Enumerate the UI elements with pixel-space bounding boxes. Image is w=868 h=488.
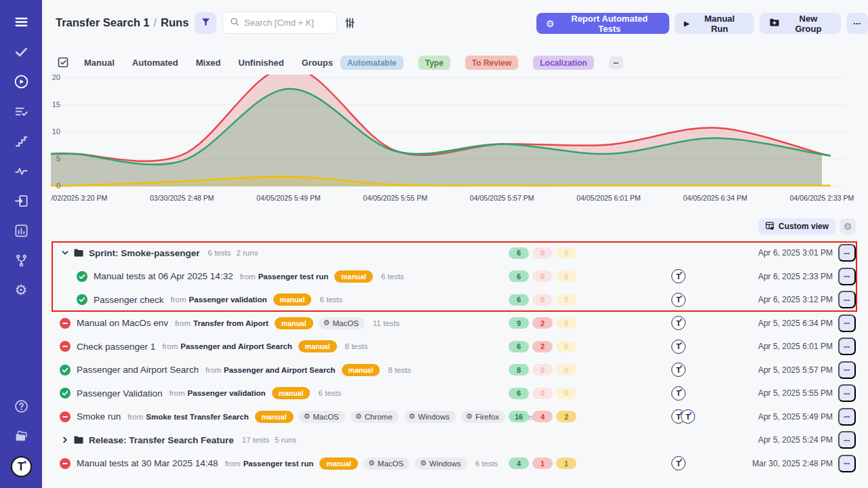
- tab-mixed[interactable]: Mixed: [196, 58, 221, 68]
- sidebar-item-gear[interactable]: ⚙: [7, 277, 35, 304]
- custom-view-button[interactable]: Custom view: [758, 218, 835, 235]
- sidebar-item-list-check[interactable]: [7, 98, 35, 125]
- chip-to-review[interactable]: To Review: [465, 56, 518, 70]
- header-more-button[interactable]: •••: [846, 13, 868, 34]
- skip-count-badge: 0: [556, 294, 576, 306]
- report-automated-tests-button[interactable]: ⚙ Report Automated Tests: [536, 13, 669, 34]
- sidebar-item-steps[interactable]: [7, 127, 35, 155]
- run-row[interactable]: Smoke runfromSmoke test Transfer Searchm…: [51, 405, 856, 429]
- run-title[interactable]: Smoke run: [77, 411, 121, 422]
- view-settings-gear-icon[interactable]: ⚙: [840, 218, 856, 235]
- row-more-button[interactable]: •••: [838, 455, 856, 472]
- avatar-accent-dot: [680, 459, 682, 461]
- run-title[interactable]: Passenger Validation: [77, 388, 163, 399]
- sidebar-item-play-circle[interactable]: [7, 68, 35, 95]
- filter-button[interactable]: [195, 12, 216, 34]
- run-title[interactable]: Manual tests at 06 Apr 2025 14:32: [94, 271, 233, 281]
- result-counts: 600: [509, 247, 576, 259]
- sidebar-item-bar-chart[interactable]: [7, 217, 35, 244]
- run-title[interactable]: Manual tests at 30 Mar 2025 14:48: [77, 458, 218, 468]
- from-label: from: [225, 460, 241, 468]
- chip-type[interactable]: Type: [418, 56, 450, 70]
- pass-count-badge: 6: [509, 388, 529, 399]
- runs-table: Sprint: Smoke-passenger6 tests2 runs600A…: [51, 241, 856, 475]
- run-row[interactable]: Check passenger 1fromPassenger and Airpo…: [51, 335, 856, 359]
- sidebar-item-check[interactable]: [7, 38, 35, 65]
- breadcrumb-current: Runs: [161, 16, 189, 28]
- group-title[interactable]: Release: Transfer Search Feature: [89, 435, 234, 445]
- avatar[interactable]: T: [671, 363, 686, 377]
- run-row[interactable]: Passenger checkfromPassenger validationm…: [51, 288, 856, 312]
- row-main: Passenger and Airport SearchfromPassenge…: [60, 364, 411, 376]
- row-more-button[interactable]: •••: [838, 431, 856, 449]
- search-input[interactable]: [244, 18, 330, 28]
- run-title[interactable]: Manual on MacOs env: [77, 318, 168, 328]
- group-row[interactable]: Release: Transfer Search Feature17 tests…: [51, 428, 856, 452]
- run-source-link[interactable]: Passenger and Airport Search: [180, 342, 292, 350]
- pass-count-badge: 6: [509, 247, 529, 259]
- x-axis-label: 03/30/2025 2:48 PM: [150, 194, 214, 202]
- sidebar-item-library[interactable]: [7, 422, 35, 449]
- chip-localization[interactable]: Localization: [533, 56, 593, 70]
- run-title[interactable]: Passenger check: [94, 295, 164, 305]
- tab-unfinished[interactable]: Unfinished: [239, 58, 284, 68]
- run-source-link[interactable]: Passenger validation: [188, 389, 266, 397]
- from-label: from: [205, 366, 221, 374]
- run-title[interactable]: Check passenger 1: [77, 342, 155, 352]
- chips-more-button[interactable]: •••: [609, 56, 623, 69]
- status-passed-icon: [60, 388, 71, 399]
- chip-automatable[interactable]: Automatable: [340, 56, 403, 70]
- folder-plus-icon: [769, 17, 780, 30]
- chevron-down-icon[interactable]: [61, 249, 69, 257]
- skip-count-badge: 0: [556, 247, 576, 259]
- env-label: MacOS: [313, 413, 338, 421]
- group-row[interactable]: Sprint: Smoke-passenger6 tests2 runs600A…: [51, 241, 856, 265]
- new-group-button[interactable]: New Group: [760, 13, 842, 34]
- run-source-link[interactable]: Passenger validation: [189, 296, 267, 304]
- row-more-button[interactable]: •••: [838, 384, 856, 402]
- sidebar-item-activity[interactable]: [7, 157, 35, 184]
- manual-run-button[interactable]: ▶ Manual Run: [675, 13, 754, 34]
- run-source-link[interactable]: Smoke test Transfer Search: [146, 413, 249, 421]
- avatar[interactable]: T: [671, 456, 686, 470]
- user-avatar[interactable]: T: [11, 456, 32, 477]
- avatar[interactable]: T: [681, 409, 695, 424]
- adjustments-icon[interactable]: [343, 16, 357, 30]
- breadcrumb-project[interactable]: Transfer Search 1: [56, 16, 150, 28]
- sidebar-item-sign-in[interactable]: [7, 187, 35, 214]
- avatar[interactable]: T: [671, 386, 686, 401]
- run-row[interactable]: Manual tests at 30 Mar 2025 14:48fromPas…: [51, 452, 856, 476]
- tab-automated[interactable]: Automated: [132, 58, 178, 68]
- row-more-button[interactable]: •••: [838, 408, 856, 426]
- row-more-button[interactable]: •••: [838, 244, 856, 262]
- run-row[interactable]: Manual on MacOs envfromTransfer from Aip…: [51, 312, 856, 336]
- avatar[interactable]: T: [671, 340, 686, 354]
- row-more-button[interactable]: •••: [838, 291, 856, 308]
- sidebar-item-help[interactable]: [7, 392, 35, 420]
- tests-count: 6 tests: [381, 272, 404, 281]
- tab-groups[interactable]: Groups: [302, 58, 333, 68]
- chart-canvas: [51, 75, 859, 190]
- row-more-button[interactable]: •••: [838, 314, 856, 332]
- avatar[interactable]: T: [671, 316, 686, 330]
- row-more-button[interactable]: •••: [838, 361, 856, 379]
- avatar[interactable]: T: [671, 293, 686, 307]
- row-more-button[interactable]: •••: [838, 268, 856, 285]
- run-source-link[interactable]: Passenger test run: [258, 272, 329, 281]
- run-row[interactable]: Manual tests at 06 Apr 2025 14:32fromPas…: [51, 265, 856, 289]
- group-title[interactable]: Sprint: Smoke-passenger: [89, 248, 200, 258]
- avatar[interactable]: T: [671, 269, 686, 283]
- run-row[interactable]: Passenger ValidationfromPassenger valida…: [51, 382, 856, 405]
- run-title[interactable]: Passenger and Airport Search: [77, 365, 199, 375]
- select-runs-icon[interactable]: [57, 56, 69, 68]
- run-source-link[interactable]: Passenger and Airport Search: [224, 366, 335, 374]
- run-source-link[interactable]: Transfer from Aiport: [193, 319, 269, 327]
- run-row[interactable]: Passenger and Airport SearchfromPassenge…: [51, 359, 856, 382]
- sidebar-item-branch[interactable]: [7, 247, 35, 274]
- run-source-link[interactable]: Passenger test run: [243, 460, 314, 468]
- sidebar-item-menu[interactable]: [7, 8, 35, 35]
- tab-manual[interactable]: Manual: [84, 58, 115, 68]
- chevron-right-icon[interactable]: [61, 436, 69, 444]
- assignee-avatars: T: [671, 386, 686, 401]
- row-more-button[interactable]: •••: [838, 338, 856, 355]
